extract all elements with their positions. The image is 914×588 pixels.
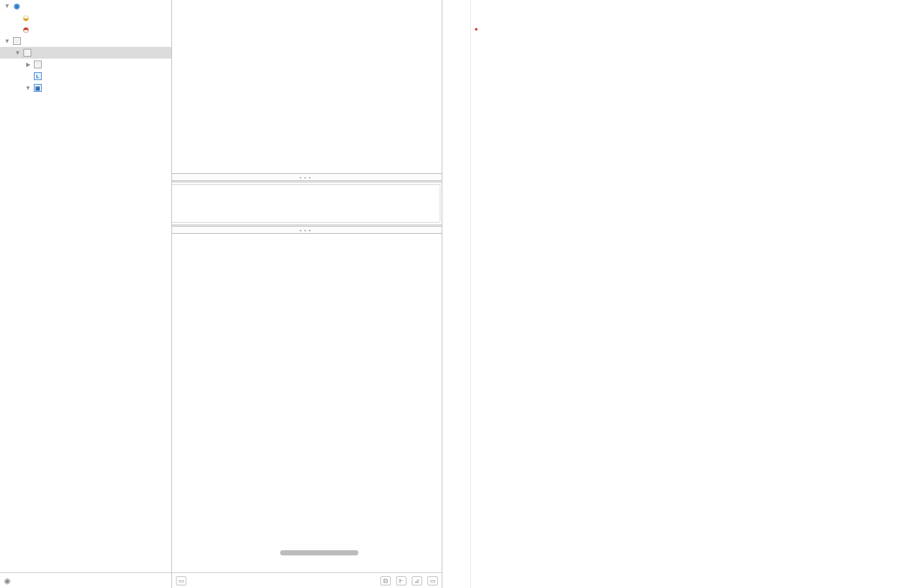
content-view-row[interactable]: ▼ xyxy=(0,47,171,59)
resolve-button[interactable]: ⊿ xyxy=(412,576,422,585)
cube-yellow-icon: ◒ xyxy=(21,12,31,23)
code-editor-panel xyxy=(442,0,914,588)
first-responder-row[interactable]: ◓ xyxy=(0,23,171,35)
cell-content[interactable] xyxy=(172,184,440,223)
canvas-footer: ▭ ⊟ ⊩ ⊿ ▭ xyxy=(172,572,442,588)
image-icon xyxy=(33,59,43,70)
disclosure-icon[interactable]: ▼ xyxy=(4,3,10,9)
align-button[interactable]: ⊟ xyxy=(380,576,391,585)
line-gutter[interactable] xyxy=(442,0,471,588)
cube-red-icon: ◓ xyxy=(21,24,31,35)
files-owner-row[interactable]: ◒ xyxy=(0,12,171,23)
canvas-scrollbar[interactable] xyxy=(280,550,358,555)
constraints-group-icon: ▦ xyxy=(33,83,43,93)
size-class-control[interactable] xyxy=(306,577,307,585)
code-editor[interactable] xyxy=(471,0,914,588)
canvas-panel: • • • • • • ▭ ⊟ ⊩ ⊿ ▭ xyxy=(172,0,442,588)
outlet-highlight-box xyxy=(475,28,478,31)
label-icon: L xyxy=(33,71,43,81)
cell-row[interactable]: ▼ xyxy=(0,35,171,47)
logo-row[interactable]: ▶ xyxy=(0,59,171,70)
outline-footer: ◉ xyxy=(0,572,171,588)
table-view-cell[interactable] xyxy=(172,182,442,225)
label-row[interactable]: L xyxy=(0,70,171,82)
filter-icon[interactable]: ◉ xyxy=(4,576,10,585)
toggle-outline-button[interactable]: ▭ xyxy=(176,576,186,585)
disclosure-icon[interactable]: ▼ xyxy=(14,49,21,56)
resize-handle-bottom[interactable]: • • • xyxy=(172,226,442,234)
disclosure-icon[interactable]: ▼ xyxy=(25,85,31,91)
disclosure-icon[interactable]: ▼ xyxy=(4,38,10,44)
view-icon xyxy=(22,48,33,58)
outline-panel: ▼ ◉ ◒ ◓ ▼ ▼ ▶ L xyxy=(0,0,172,588)
outline-list[interactable]: ▼ ◉ ◒ ◓ ▼ ▼ ▶ L xyxy=(0,0,171,572)
view-icon xyxy=(12,36,22,46)
pin-button[interactable]: ⊩ xyxy=(396,576,407,585)
ib-canvas[interactable]: • • • • • • xyxy=(172,0,442,572)
resize-handle-top[interactable]: • • • xyxy=(172,173,442,181)
disclosure-icon[interactable]: ▶ xyxy=(25,61,31,68)
placeholders-header[interactable]: ▼ ◉ xyxy=(0,0,171,12)
cube-icon: ◉ xyxy=(12,1,22,11)
constraints-row[interactable]: ▼ ▦ xyxy=(0,82,171,94)
